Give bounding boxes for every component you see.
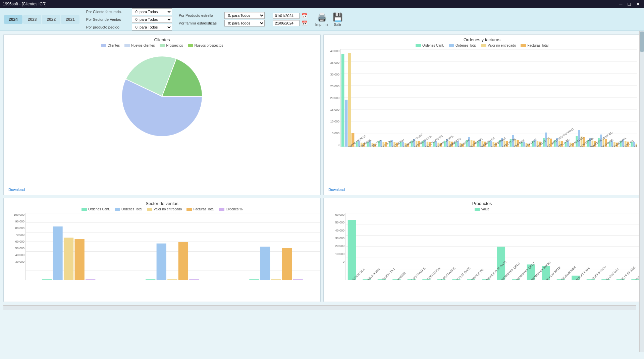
exit-label: Salir [334,22,341,27]
svg-rect-155 [64,238,73,280]
svg-rect-159 [157,244,166,280]
legend-swatch-p1 [475,208,480,211]
svg-text:SERVICE TAI: SERVICE TAI [469,268,484,280]
svg-text:IE SOFTWARE: IE SOFTWARE [439,266,456,280]
svg-rect-179 [348,220,356,280]
legend-ordenes-total: Ordenes Total [449,44,476,47]
legend-label-s2: Ordenes Total [121,207,142,211]
filter-select-1[interactable]: 0: para Todos [132,8,172,15]
legend-label-ordenes-cant: Ordenes Cant. [422,44,444,47]
legend-label-ordenes-total: Ordenes Total [455,44,476,47]
productos-legend: Value [324,207,640,211]
year-tab-2024[interactable]: 2024 [4,15,22,24]
date-from-input[interactable] [273,13,300,19]
legend-ordenes-cant: Ordenes Cant. [416,44,444,47]
toolbar: 2024 2023 2022 2021 Por Cliente facturad… [0,8,644,31]
calendar-from-icon[interactable]: 📅 [302,13,307,18]
svg-text:SUBSCRIPTION: SUBSCRIPTION [589,265,607,280]
svg-rect-11 [345,100,348,147]
filter-dropdown-1[interactable]: 0: para Todos [132,8,172,15]
filter-dropdown-5[interactable]: 0: para Todos [224,20,265,27]
svg-text:IT SOFTWARE: IT SOFTWARE [410,266,426,280]
productos-panel: Productos Value 60 000 50 000 40 000 30 … [323,198,641,302]
filter-label-2: Por Sector de Ventas [86,17,130,21]
horizontal-scrollbar[interactable] [3,305,636,310]
legend-sector-ordenes-pct: Ordenes % [219,207,243,211]
ordenes-bars-svg: ROYAL VIVALDI SOLIÉROL ASQUIER BAILS BC … [340,49,637,147]
filter-label-5: Por familia estadísticas [179,21,222,25]
print-label: Imprimir [315,22,329,27]
date-from-row: 📅 [273,13,307,19]
exit-button[interactable]: 💾 Salir [333,12,343,27]
action-buttons: 🖨️ Imprimir 💾 Salir [315,12,343,27]
svg-text:DIA40222: DIA40222 [395,271,407,280]
filter-dropdown-3[interactable]: 0: para Todos [132,24,172,31]
svg-text:CABLE ROHS: CABLE ROHS [365,267,381,280]
filter-row-2: Por Sector de Ventas 0: para Todos [86,16,172,23]
date-to-input[interactable] [273,20,300,26]
legend-swatch-valor-no-entregado [481,44,486,47]
ordenes-download-button[interactable]: Download [327,187,346,192]
sector-panel: Sector de ventas Ordenes Cant. Ordenes T… [3,198,321,302]
filter-dropdown-4[interactable]: 0: para Todos [224,12,265,19]
vertical-scrollbar[interactable] [639,31,644,352]
sector-chart-container: 100 000 90 000 80 000 70 000 60 000 50 0… [4,213,320,280]
svg-text:THE UPGRADE: THE UPGRADE [619,266,636,280]
scrollbar-thumb[interactable] [640,32,644,52]
clientes-download-button[interactable]: Download [7,187,26,192]
year-tab-2021[interactable]: 2021 [61,15,79,24]
sector-bars-svg: A B C [25,213,321,280]
dashboard-row-2: Sector de ventas Ordenes Cant. Ordenes T… [3,198,641,302]
ordenes-chart-container: 40 000 35 000 30 000 25 000 20 000 15 00… [324,49,640,167]
legend-label-s5: Ordenes % [226,207,243,211]
close-button[interactable]: ✕ [635,1,641,7]
svg-text:CE FLAT RATE: CE FLAT RATE [454,266,471,280]
svg-rect-12 [348,53,351,147]
filter-row-1: Por Cliente facturado. 0: para Todos [86,8,172,15]
svg-rect-160 [167,279,177,280]
svg-text:SENSOR TA 1: SENSOR TA 1 [380,267,395,280]
filter-section-left: Por Cliente facturado. 0: para Todos Por… [86,8,172,31]
filter-dropdown-2[interactable]: 0: para Todos [132,16,172,23]
svg-text:INTEGRATION: INTEGRATION [425,267,441,280]
year-tab-2023[interactable]: 2023 [23,15,42,24]
legend-swatch-clientes [101,44,106,47]
legend-label-s3: Valor no entregado [154,207,182,211]
legend-swatch-ordenes-cant [416,44,421,47]
filter-label-3: Por producto pedido [86,25,130,29]
sector-title: Sector de ventas [4,198,320,207]
legend-sector-ordenes-total: Ordenes Total [115,207,142,211]
legend-swatch-s2 [115,208,120,211]
legend-swatch-s3 [147,208,152,211]
svg-rect-157 [86,279,95,280]
filter-select-5[interactable]: 0: para Todos [224,20,265,27]
legend-valor-no-entregado: Valor no entregado [481,44,516,47]
legend-sector-valor-no-entregado: Valor no entregado [147,207,182,211]
legend-facturas-total: Facturas Total [521,44,548,47]
dashboard-row-1: Clientes Clientes Nuevos clientes Prospe… [3,34,641,195]
filter-select-4[interactable]: 0: para Todos [224,12,265,19]
productos-y-axis: 60 000 50 000 40 000 30 000 20 000 10 00… [324,213,344,263]
filter-select-2[interactable]: 0: para Todos [132,16,172,23]
print-button[interactable]: 🖨️ Imprimir [315,12,329,27]
minimize-button[interactable]: ─ [618,1,624,7]
year-tab-2022[interactable]: 2022 [42,15,60,24]
ordenes-legend: Ordenes Cant. Ordenes Total Valor no ent… [324,44,640,47]
svg-rect-164 [260,247,270,280]
legend-productos-value: Value [475,207,490,211]
filter-select-3[interactable]: 0: para Todos [132,24,172,31]
productos-chart-container: 60 000 50 000 40 000 30 000 20 000 10 00… [324,213,640,280]
maximize-button[interactable]: □ [627,1,632,7]
year-tabs: 2024 2023 2022 2021 [4,15,79,24]
svg-text:ING ONE DAY: ING ONE DAY [604,267,620,280]
date-section: 📅 📅 [273,13,307,26]
productos-title: Productos [324,198,640,207]
filter-section-right: Por Producto estrella 0: para Todos Por … [179,12,265,27]
pie-container [4,49,320,143]
ordenes-panel: Ordenes y facturas Ordenes Cant. Ordenes… [323,34,641,195]
clientes-panel: Clientes Clientes Nuevos clientes Prospe… [3,34,321,195]
calendar-to-icon[interactable]: 📅 [302,20,307,26]
sector-y-axis: 100 000 90 000 80 000 70 000 60 000 50 0… [4,213,24,263]
legend-swatch-s1 [82,208,87,211]
svg-rect-153 [42,279,52,280]
